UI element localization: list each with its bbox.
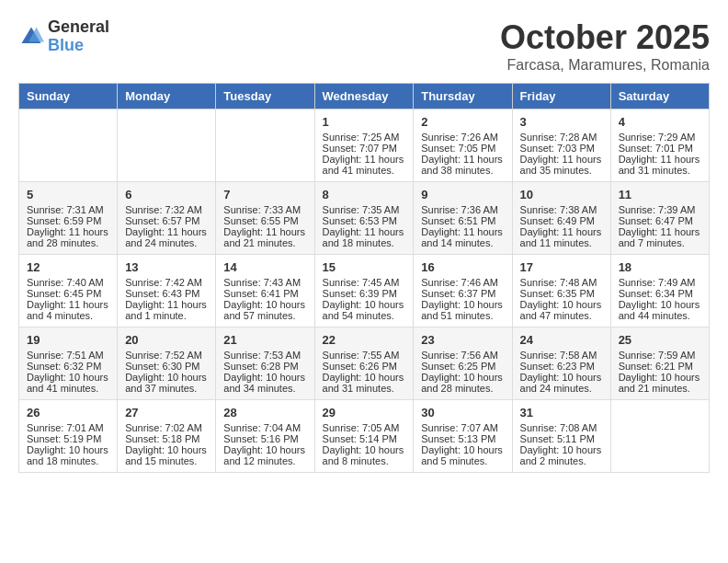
table-cell: 15Sunrise: 7:45 AMSunset: 6:39 PMDayligh… <box>314 255 414 327</box>
day-info: and 18 minutes. <box>323 237 406 248</box>
week-row-3: 12Sunrise: 7:40 AMSunset: 6:45 PMDayligh… <box>19 255 710 327</box>
day-info: Sunset: 6:25 PM <box>421 361 504 372</box>
day-info: Sunrise: 7:48 AM <box>520 277 603 288</box>
day-info: Sunrise: 7:29 AM <box>619 132 701 143</box>
day-info: Daylight: 10 hours <box>223 299 306 310</box>
day-number: 14 <box>223 260 306 274</box>
day-info: and 34 minutes. <box>223 383 306 394</box>
day-info: Sunset: 6:32 PM <box>27 361 109 372</box>
day-info: Sunset: 6:34 PM <box>619 288 701 299</box>
day-info: Sunrise: 7:39 AM <box>619 204 701 215</box>
table-cell: 31Sunrise: 7:08 AMSunset: 5:11 PMDayligh… <box>512 400 610 473</box>
table-cell: 18Sunrise: 7:49 AMSunset: 6:34 PMDayligh… <box>610 255 709 327</box>
day-number: 13 <box>125 260 208 274</box>
day-info: and 44 minutes. <box>619 310 701 321</box>
day-info: and 28 minutes. <box>27 237 109 248</box>
day-info: Sunrise: 7:45 AM <box>323 277 406 288</box>
table-cell: 17Sunrise: 7:48 AMSunset: 6:35 PMDayligh… <box>512 255 610 327</box>
day-number: 21 <box>223 333 306 347</box>
table-cell: 24Sunrise: 7:58 AMSunset: 6:23 PMDayligh… <box>512 327 610 400</box>
day-info: Sunset: 6:39 PM <box>323 288 406 299</box>
day-info: Sunset: 7:05 PM <box>421 143 504 154</box>
day-info: Daylight: 10 hours <box>520 444 603 455</box>
day-info: Sunrise: 7:31 AM <box>27 204 109 215</box>
day-info: Sunrise: 7:49 AM <box>619 277 701 288</box>
day-info: Sunrise: 7:36 AM <box>421 204 504 215</box>
day-info: Sunrise: 7:59 AM <box>619 350 701 361</box>
day-info: Daylight: 11 hours <box>223 226 306 237</box>
day-number: 26 <box>27 406 109 419</box>
day-info: Sunrise: 7:08 AM <box>520 422 603 433</box>
col-friday: Friday <box>512 84 610 109</box>
day-info: Daylight: 11 hours <box>520 226 603 237</box>
location-title: Farcasa, Maramures, Romania <box>500 57 710 74</box>
col-saturday: Saturday <box>610 84 709 109</box>
table-cell: 28Sunrise: 7:04 AMSunset: 5:16 PMDayligh… <box>216 400 314 473</box>
day-info: Sunrise: 7:42 AM <box>125 277 208 288</box>
day-info: and 2 minutes. <box>520 455 603 466</box>
day-info: Daylight: 10 hours <box>125 444 208 455</box>
table-cell: 23Sunrise: 7:56 AMSunset: 6:25 PMDayligh… <box>414 327 512 400</box>
day-info: Daylight: 10 hours <box>619 372 701 383</box>
day-info: Daylight: 10 hours <box>520 372 603 383</box>
day-number: 23 <box>421 333 504 347</box>
week-row-1: 1Sunrise: 7:25 AMSunset: 7:07 PMDaylight… <box>19 109 710 182</box>
day-info: and 54 minutes. <box>323 310 406 321</box>
day-info: Daylight: 10 hours <box>223 444 306 455</box>
day-info: Daylight: 11 hours <box>323 226 406 237</box>
table-cell: 6Sunrise: 7:32 AMSunset: 6:57 PMDaylight… <box>118 182 216 255</box>
day-info: Sunrise: 7:52 AM <box>125 350 208 361</box>
day-info: and 14 minutes. <box>421 237 504 248</box>
day-info: Sunset: 7:03 PM <box>520 143 603 154</box>
day-number: 3 <box>520 115 603 129</box>
table-cell: 14Sunrise: 7:43 AMSunset: 6:41 PMDayligh… <box>216 255 314 327</box>
day-info: Daylight: 11 hours <box>421 226 504 237</box>
day-info: Daylight: 10 hours <box>27 372 109 383</box>
col-thursday: Thursday <box>414 84 512 109</box>
day-info: and 57 minutes. <box>223 310 306 321</box>
table-cell: 25Sunrise: 7:59 AMSunset: 6:21 PMDayligh… <box>610 327 709 400</box>
day-info: Sunrise: 7:56 AM <box>421 350 504 361</box>
day-info: Sunrise: 7:55 AM <box>323 350 406 361</box>
col-monday: Monday <box>118 84 216 109</box>
day-info: and 12 minutes. <box>223 455 306 466</box>
day-number: 30 <box>421 406 504 419</box>
day-number: 27 <box>125 406 208 419</box>
table-cell: 27Sunrise: 7:02 AMSunset: 5:18 PMDayligh… <box>118 400 216 473</box>
day-info: Sunset: 6:23 PM <box>520 361 603 372</box>
day-info: and 24 minutes. <box>125 237 208 248</box>
table-cell: 13Sunrise: 7:42 AMSunset: 6:43 PMDayligh… <box>118 255 216 327</box>
day-info: Daylight: 10 hours <box>619 299 701 310</box>
day-info: Sunset: 7:01 PM <box>619 143 701 154</box>
table-cell: 9Sunrise: 7:36 AMSunset: 6:51 PMDaylight… <box>414 182 512 255</box>
day-info: Daylight: 11 hours <box>125 226 208 237</box>
day-info: and 21 minutes. <box>619 383 701 394</box>
day-info: and 41 minutes. <box>323 165 406 176</box>
day-info: Sunset: 6:37 PM <box>421 288 504 299</box>
day-info: Daylight: 11 hours <box>27 299 109 310</box>
day-info: Daylight: 11 hours <box>619 154 701 165</box>
calendar-table: Sunday Monday Tuesday Wednesday Thursday… <box>18 83 710 473</box>
logo-text: General Blue <box>48 18 109 55</box>
table-cell: 16Sunrise: 7:46 AMSunset: 6:37 PMDayligh… <box>414 255 512 327</box>
day-info: Sunset: 6:47 PM <box>619 215 701 226</box>
day-info: Daylight: 10 hours <box>421 372 504 383</box>
day-number: 18 <box>619 260 701 274</box>
day-info: Daylight: 11 hours <box>520 154 603 165</box>
title-block: October 2025 Farcasa, Maramures, Romania <box>500 18 710 74</box>
day-info: and 37 minutes. <box>125 383 208 394</box>
day-info: Daylight: 10 hours <box>421 444 504 455</box>
day-info: Sunset: 5:11 PM <box>520 433 603 444</box>
day-info: and 24 minutes. <box>520 383 603 394</box>
col-wednesday: Wednesday <box>314 84 414 109</box>
day-info: and 31 minutes. <box>619 165 701 176</box>
day-number: 29 <box>323 406 406 419</box>
day-info: and 11 minutes. <box>520 237 603 248</box>
table-cell: 3Sunrise: 7:28 AMSunset: 7:03 PMDaylight… <box>512 109 610 182</box>
day-info: Daylight: 10 hours <box>421 299 504 310</box>
day-info: and 38 minutes. <box>421 165 504 176</box>
day-info: Daylight: 10 hours <box>27 444 109 455</box>
day-info: and 41 minutes. <box>27 383 109 394</box>
day-info: Daylight: 11 hours <box>421 154 504 165</box>
table-cell: 26Sunrise: 7:01 AMSunset: 5:19 PMDayligh… <box>19 400 118 473</box>
